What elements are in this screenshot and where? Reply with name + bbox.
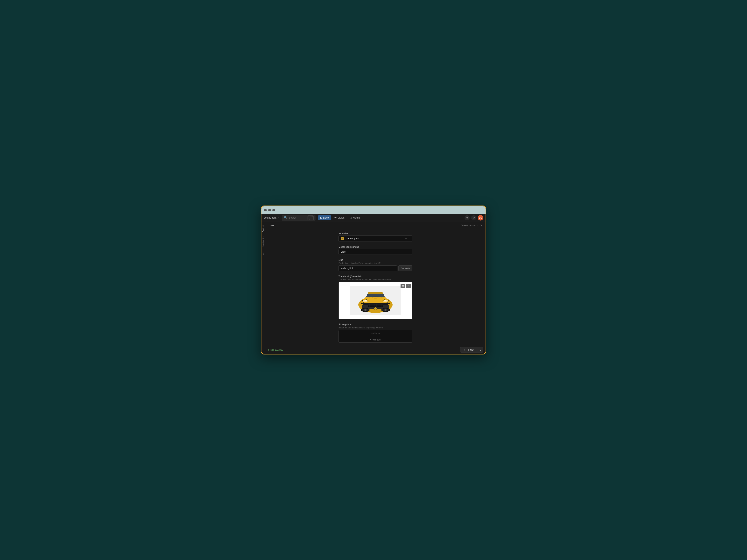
svg-rect-25 [387, 303, 390, 304]
close-button[interactable]: ✕ [480, 224, 483, 227]
traffic-light-maximize[interactable] [272, 209, 275, 211]
svg-text:L: L [375, 308, 376, 309]
tab-vision-label: Vision [338, 216, 344, 219]
tab-media-label: Media [353, 216, 360, 219]
tab-desk[interactable]: ⊞ Desk [318, 215, 331, 220]
add-item-button[interactable]: + Add item [338, 337, 412, 343]
slug-sublabel: Eindeutiger Link des Fahrzeuges ind der … [338, 262, 412, 264]
main-layout: Content Inhaltsseiten Home Urus ⋮ Curren… [261, 222, 486, 354]
notification-count: 0 [466, 216, 468, 219]
gallery-sublabel: Bilder die auf der Detailseite angezeigt… [338, 326, 412, 329]
content-header: Urus ⋮ Current version ⌄ ✕ [265, 222, 486, 228]
app-container: deluxe-rent ✎ 🔍 Cmd K ⊞ Desk 👁 Vision ◻ [261, 214, 486, 354]
form-scroll: Hersteller 🐂 Lamborghini ⇡ ✏ ⋮ [265, 228, 486, 346]
svg-rect-24 [361, 303, 364, 304]
generate-button[interactable]: Generate [398, 265, 412, 271]
status-bar: ⇡ Dec 16, 2022 ⇡ Publish ⌄ [265, 346, 486, 354]
version-indicator: Current version [461, 224, 475, 226]
vision-icon: 👁 [334, 216, 337, 219]
publish-button[interactable]: ⇡ Publish [460, 347, 478, 352]
thumbnail-sublabel: Das Bild wird auf allen Kacheln als Cove… [338, 278, 412, 281]
nav-actions: 0 ⚙ DS [465, 215, 483, 220]
notification-btn[interactable]: 0 [465, 215, 470, 220]
thumbnail-label: Thumbnail (Coverbild) [338, 275, 412, 278]
ref-actions: ⇡ ✏ ⋮ [402, 237, 410, 240]
sidebar-home-label: Home [262, 251, 264, 256]
content-header-actions: ⋮ Current version ⌄ ✕ [457, 224, 483, 227]
ref-unlink-icon[interactable]: ⇡ [402, 237, 404, 240]
browser-titlebar [261, 206, 486, 214]
sidebar-tabs: Content Inhaltsseiten Home [261, 222, 265, 354]
model-input[interactable] [338, 249, 412, 255]
search-input[interactable] [289, 216, 306, 219]
user-avatar[interactable]: DS [478, 215, 483, 220]
manufacturer-label: Hersteller [338, 232, 412, 235]
thumbnail-crop-btn[interactable]: ⊞ [401, 284, 405, 288]
settings-btn[interactable]: ⚙ [471, 215, 476, 220]
publish-dropdown-btn[interactable]: ⌄ [478, 347, 483, 352]
manufacturer-field-group: Hersteller 🐂 Lamborghini ⇡ ✏ ⋮ [338, 232, 412, 242]
slug-row: Generate [338, 265, 412, 271]
brand-label: deluxe-rent [264, 216, 277, 219]
manufacturer-ref-field[interactable]: 🐂 Lamborghini ⇡ ✏ ⋮ [338, 236, 412, 242]
media-icon: ◻ [350, 216, 352, 219]
sidebar-content-label: Content [262, 225, 264, 232]
svg-point-19 [364, 309, 366, 311]
sidebar-item-content[interactable]: Content [262, 223, 265, 234]
slug-label: Slug [338, 259, 412, 261]
status-icon: ⇡ [268, 349, 269, 351]
nav-brand: deluxe-rent ✎ [264, 216, 280, 219]
edit-icon[interactable]: ✎ [278, 216, 280, 219]
thumbnail-more-btn[interactable]: ⋮ [406, 284, 411, 288]
traffic-light-close[interactable] [264, 209, 267, 211]
nav-tabs: ⊞ Desk 👁 Vision ◻ Media [318, 215, 362, 220]
tab-desk-label: Desk [323, 216, 329, 219]
ref-more-icon[interactable]: ⋮ [408, 237, 410, 240]
browser-window: deluxe-rent ✎ 🔍 Cmd K ⊞ Desk 👁 Vision ◻ [261, 206, 486, 354]
sidebar-inhaltsseiten-label: Inhaltsseiten [262, 236, 264, 247]
publish-area: ⇡ Publish ⌄ [460, 347, 483, 352]
car-illustration: L [350, 286, 401, 315]
thumbnail-actions: ⊞ ⋮ [401, 284, 411, 288]
status-date-text: Dec 16, 2022 [271, 349, 283, 351]
manufacturer-value: Lamborghini [346, 237, 401, 240]
page-title: Urus [268, 224, 274, 227]
slug-input[interactable] [338, 265, 397, 271]
sidebar-item-inhaltsseiten[interactable]: Inhaltsseiten [262, 234, 265, 249]
gallery-label: Bildergalerie [338, 323, 412, 326]
lamborghini-logo: 🐂 [341, 237, 344, 240]
traffic-light-minimize[interactable] [268, 209, 271, 211]
settings-icon: ⚙ [473, 216, 475, 219]
tab-vision[interactable]: 👁 Vision [332, 215, 347, 220]
tab-media[interactable]: ◻ Media [347, 215, 362, 220]
status-date: ⇡ Dec 16, 2022 [268, 349, 283, 351]
nav-search-container[interactable]: 🔍 Cmd K [282, 215, 315, 221]
form-content: Hersteller 🐂 Lamborghini ⇡ ✏ ⋮ [335, 232, 416, 346]
svg-point-23 [385, 309, 387, 311]
model-field-group: Model Bezeichnung [338, 246, 412, 255]
content-area: Urus ⋮ Current version ⌄ ✕ Hersteller [265, 222, 486, 354]
ref-edit-icon[interactable]: ✏ [405, 237, 407, 240]
top-nav: deluxe-rent ✎ 🔍 Cmd K ⊞ Desk 👁 Vision ◻ [261, 214, 486, 222]
publish-label: Publish [467, 348, 474, 351]
more-options-icon[interactable]: ⋮ [457, 224, 459, 227]
search-shortcut: Cmd K [308, 215, 314, 220]
sidebar-item-home[interactable]: Home [262, 249, 265, 258]
avatar-initials: DS [479, 217, 482, 219]
thumbnail-container: L [338, 282, 412, 319]
no-items-text: No items [371, 332, 380, 335]
desk-icon: ⊞ [320, 216, 322, 219]
version-chevron-icon[interactable]: ⌄ [477, 224, 479, 226]
slug-field-group: Slug Eindeutiger Link des Fahrzeuges ind… [338, 259, 412, 271]
gallery-field-group: Bildergalerie Bilder die auf der Details… [338, 323, 412, 343]
search-icon: 🔍 [284, 216, 288, 219]
gallery-list: No items [338, 330, 412, 337]
model-label: Model Bezeichnung [338, 246, 412, 248]
publish-icon: ⇡ [464, 348, 466, 351]
thumbnail-field-group: Thumbnail (Coverbild) Das Bild wird auf … [338, 275, 412, 319]
